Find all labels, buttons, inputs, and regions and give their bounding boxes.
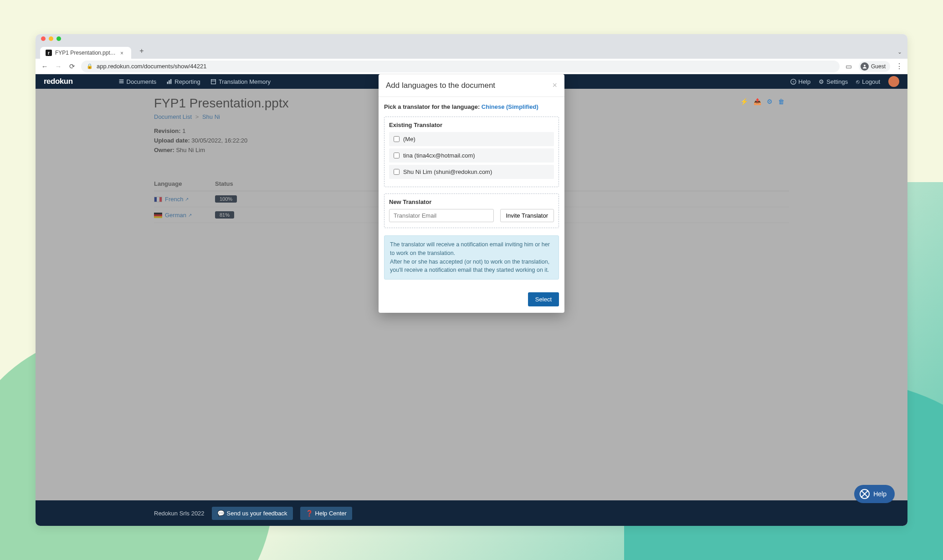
back-button[interactable]: ← xyxy=(40,62,49,71)
svg-rect-5 xyxy=(169,80,170,84)
existing-translator-section: Existing Translator (Me) tina (tina4cx@h… xyxy=(384,117,559,187)
tab-title: FYP1 Presentation.pptx – Red... xyxy=(55,50,117,56)
translator-name: Shu Ni Lim (shuni@redokun.com) xyxy=(403,168,492,175)
nav-documents[interactable]: Documents xyxy=(118,78,157,85)
browser-window: r FYP1 Presentation.pptx – Red... × + ⌄ … xyxy=(36,34,907,526)
add-language-modal: Add languages to the document × Pick a t… xyxy=(379,74,564,313)
lock-icon: 🔒 xyxy=(87,63,93,69)
feedback-button[interactable]: 💬Send us your feedback xyxy=(212,507,293,520)
translator-name: (Me) xyxy=(403,136,415,143)
avatar-icon xyxy=(861,62,869,71)
forward-button[interactable]: → xyxy=(54,62,63,71)
reload-button[interactable]: ⟳ xyxy=(67,62,77,71)
info-message: The translator will receive a notificati… xyxy=(384,235,559,280)
action-gear-icon[interactable]: ⚙ xyxy=(767,98,773,105)
window-minimize-icon[interactable] xyxy=(49,36,53,41)
existing-translator-label: Existing Translator xyxy=(389,122,554,128)
svg-rect-2 xyxy=(119,81,123,81)
translator-name: tina (tina4cx@hotmail.com) xyxy=(403,152,475,159)
doc-actions: ⚡ 📤 ⚙ 🗑 xyxy=(740,98,784,105)
browser-tab[interactable]: r FYP1 Presentation.pptx – Red... × xyxy=(40,47,131,59)
logout-icon: ⎋ xyxy=(856,78,860,85)
url-text: app.redokun.com/documents/show/44221 xyxy=(97,63,206,70)
help-icon: ❓ xyxy=(306,510,313,517)
window-close-icon[interactable] xyxy=(41,36,46,41)
app-shell: redokun Documents Reporting Translation … xyxy=(36,74,907,526)
brand-logo[interactable]: redokun xyxy=(44,77,73,86)
tab-list-icon[interactable]: ⌄ xyxy=(897,49,902,55)
new-translator-section: New Translator Invite Translator xyxy=(384,193,559,228)
help-widget-label: Help xyxy=(873,490,887,498)
footer-copyright: Redokun Srls 2022 xyxy=(154,510,205,517)
translator-checkbox[interactable] xyxy=(394,153,400,158)
new-translator-label: New Translator xyxy=(389,199,554,205)
translator-checkbox[interactable] xyxy=(394,169,400,175)
chat-icon: 💬 xyxy=(217,510,225,517)
window-titlebar xyxy=(36,34,907,43)
help-widget[interactable]: Help xyxy=(854,485,895,503)
svg-rect-1 xyxy=(119,79,123,80)
select-button[interactable]: Select xyxy=(528,292,559,306)
favicon-icon: r xyxy=(46,50,52,56)
nav-help[interactable]: ?Help xyxy=(790,78,811,85)
extension-icon[interactable]: ▭ xyxy=(844,62,853,71)
nav-logout[interactable]: ⎋Logout xyxy=(856,78,880,85)
invite-translator-button[interactable]: Invite Translator xyxy=(500,209,554,222)
svg-text:?: ? xyxy=(792,80,794,84)
svg-rect-3 xyxy=(119,82,123,83)
translator-checkbox[interactable] xyxy=(394,136,400,142)
translator-option[interactable]: (Me) xyxy=(389,132,554,146)
address-bar[interactable]: 🔒 app.redokun.com/documents/show/44221 xyxy=(81,61,840,72)
nav-reporting[interactable]: Reporting xyxy=(166,78,200,85)
browser-tabbar: r FYP1 Presentation.pptx – Red... × + ⌄ xyxy=(36,43,907,59)
profile-label: Guest xyxy=(871,63,886,70)
browser-menu-icon[interactable]: ⋮ xyxy=(896,62,903,71)
action-bolt-icon[interactable]: ⚡ xyxy=(740,98,748,105)
translator-option[interactable]: Shu Ni Lim (shuni@redokun.com) xyxy=(389,165,554,179)
translator-email-input[interactable] xyxy=(389,209,494,222)
browser-toolbar: ← → ⟳ 🔒 app.redokun.com/documents/show/4… xyxy=(36,59,907,74)
modal-close-icon[interactable]: × xyxy=(552,81,557,90)
action-delete-icon[interactable]: 🗑 xyxy=(778,98,784,105)
action-upload-icon[interactable]: 📤 xyxy=(753,98,761,105)
window-maximize-icon[interactable] xyxy=(56,36,61,41)
pick-translator-label: Pick a translator for the language: Chin… xyxy=(384,103,559,110)
lifebuoy-icon xyxy=(860,489,870,499)
gear-icon: ⚙ xyxy=(819,78,824,85)
svg-rect-4 xyxy=(167,81,168,84)
new-tab-button[interactable]: + xyxy=(136,45,148,57)
modal-title: Add languages to the document xyxy=(386,81,495,90)
profile-chip[interactable]: Guest xyxy=(859,61,890,72)
tab-close-icon[interactable]: × xyxy=(120,50,126,56)
translator-option[interactable]: tina (tina4cx@hotmail.com) xyxy=(389,148,554,163)
user-avatar[interactable] xyxy=(888,76,899,87)
nav-translation-memory[interactable]: Translation Memory xyxy=(210,78,271,85)
app-footer: Redokun Srls 2022 💬Send us your feedback… xyxy=(36,500,907,526)
nav-settings[interactable]: ⚙Settings xyxy=(819,78,848,85)
target-language[interactable]: Chinese (Simplified) xyxy=(482,103,538,110)
help-center-button[interactable]: ❓Help Center xyxy=(300,507,352,520)
svg-rect-7 xyxy=(211,79,215,84)
svg-rect-6 xyxy=(170,79,171,84)
svg-point-0 xyxy=(864,65,866,66)
